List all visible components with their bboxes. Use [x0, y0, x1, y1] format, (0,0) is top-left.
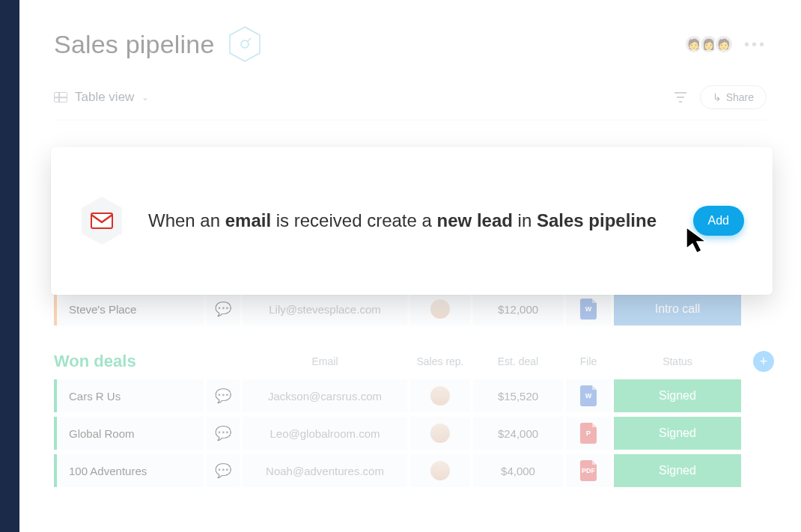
cell-avatar — [410, 417, 470, 450]
cell-name: Cars R Us — [54, 379, 204, 412]
table-row[interactable]: Global Room 💬 Leo@globalroom.com $24,000… — [54, 417, 767, 450]
text-bold: email — [225, 210, 271, 230]
chat-icon[interactable]: 💬 — [207, 454, 240, 487]
svg-point-1 — [241, 40, 249, 48]
cursor-icon — [685, 226, 710, 256]
cell-avatar — [410, 379, 470, 412]
svg-marker-5 — [686, 227, 706, 253]
automation-recipe-text: When an email is received create a new l… — [148, 209, 693, 233]
cell-email: Jackson@carsrus.com — [243, 379, 407, 412]
cell-name: Global Room — [54, 417, 204, 450]
file-ppt-icon: P — [580, 423, 597, 444]
left-rail — [0, 0, 19, 532]
cell-file[interactable]: W — [566, 379, 611, 412]
table-row[interactable]: Cars R Us 💬 Jackson@carsrus.com $15,520 … — [54, 379, 767, 412]
add-column-button[interactable]: + — [753, 351, 774, 372]
chat-icon[interactable]: 💬 — [207, 293, 240, 325]
status-button[interactable]: Signed — [614, 379, 741, 412]
chat-icon[interactable]: 💬 — [207, 417, 240, 450]
table-icon — [54, 92, 67, 103]
file-pdf-icon: PDF — [580, 460, 597, 481]
cell-est: $15,520 — [473, 379, 563, 412]
chat-icon[interactable]: 💬 — [207, 379, 240, 412]
collaborator-avatars[interactable]: 🧑 👩 🧑 — [684, 34, 734, 54]
col-status: Status — [614, 355, 741, 367]
cell-avatar — [410, 454, 470, 487]
svg-marker-0 — [230, 27, 260, 61]
chevron-down-icon: ⌄ — [141, 92, 149, 103]
cell-file[interactable]: W — [566, 293, 611, 325]
automation-hex-icon[interactable] — [228, 25, 261, 63]
cell-name: 100 Adventures — [54, 454, 204, 487]
col-est: Est. deal — [473, 355, 563, 367]
cell-email: Lily@stevesplace.com — [243, 293, 407, 325]
col-salesrep: Sales rep. — [410, 355, 470, 367]
filter-icon[interactable] — [674, 92, 686, 103]
more-icon[interactable]: ••• — [744, 36, 767, 53]
table-row[interactable]: Steve's Place 💬 Lily@stevesplace.com $12… — [54, 293, 767, 325]
svg-rect-4 — [91, 213, 112, 228]
share-label: Share — [726, 91, 754, 103]
cell-est: $4,000 — [473, 454, 563, 487]
text-bold: new lead — [437, 210, 513, 230]
automation-card: When an email is received create a new l… — [51, 147, 773, 295]
cell-file[interactable]: P — [566, 417, 611, 450]
file-word-icon: W — [580, 385, 597, 406]
text-bold: Sales pipeline — [537, 210, 657, 230]
status-button[interactable]: Signed — [614, 417, 741, 450]
cell-est: $12,000 — [473, 293, 563, 325]
cell-email: Noah@adventures.com — [243, 454, 407, 487]
file-word-icon: W — [580, 299, 597, 319]
status-button[interactable]: Signed — [614, 454, 741, 487]
cell-email: Leo@globalroom.com — [243, 417, 407, 450]
avatar: 🧑 — [714, 34, 734, 54]
toolbar: Table view ⌄ ↳ Share — [54, 79, 767, 120]
text: in — [513, 210, 537, 230]
cell-avatar — [410, 293, 470, 325]
view-label: Table view — [75, 90, 134, 105]
section-header: Won deals Email Sales rep. Est. deal Fil… — [54, 351, 767, 372]
cell-est: $24,000 — [473, 417, 563, 450]
page-title: Sales pipeline — [54, 30, 215, 59]
view-switcher[interactable]: Table view ⌄ — [54, 90, 149, 105]
text: When an — [148, 210, 225, 230]
page-header: Sales pipeline 🧑 👩 🧑 ••• — [54, 25, 767, 63]
table-row[interactable]: 100 Adventures 💬 Noah@adventures.com $4,… — [54, 454, 767, 487]
section-title[interactable]: Won deals — [54, 352, 204, 371]
cell-name: Steve's Place — [54, 293, 204, 325]
text: is received create a — [271, 210, 436, 230]
share-button[interactable]: ↳ Share — [700, 85, 767, 109]
table-area: Steve's Place 💬 Lily@stevesplace.com $12… — [54, 293, 767, 487]
col-file: File — [566, 355, 611, 367]
col-email: Email — [243, 355, 407, 367]
status-button[interactable]: Intro call — [614, 293, 741, 325]
svg-line-2 — [248, 38, 251, 41]
share-arrow-icon: ↳ — [713, 91, 722, 103]
cell-file[interactable]: PDF — [566, 454, 611, 487]
gmail-icon — [79, 195, 124, 246]
